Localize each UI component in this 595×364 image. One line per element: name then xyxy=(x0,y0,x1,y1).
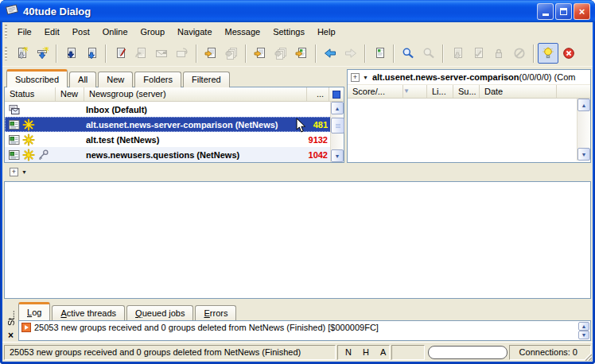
scroll-down-button[interactable]: ▼ xyxy=(331,149,344,162)
disconnect-button[interactable] xyxy=(558,43,579,64)
close-panel-button[interactable]: × xyxy=(8,331,14,340)
scrollbar-thumb[interactable] xyxy=(331,118,344,134)
row-status-icons xyxy=(8,103,86,116)
tab-new[interactable]: New xyxy=(98,72,133,87)
tab-all[interactable]: All xyxy=(69,72,96,87)
unread-count: 1042 xyxy=(297,150,330,160)
reply-email-icon xyxy=(155,47,168,60)
indicator-h: H xyxy=(363,346,369,359)
main-toolbar xyxy=(2,41,593,67)
show-article-button[interactable] xyxy=(369,43,390,64)
scroll-up-button[interactable]: ▲ xyxy=(578,322,589,331)
go-online-button[interactable] xyxy=(538,43,558,64)
toolbar-separator xyxy=(245,45,247,63)
menu-edit[interactable]: Edit xyxy=(38,25,66,39)
expand-all-icon[interactable]: + xyxy=(351,73,360,82)
next-unread-article-button[interactable] xyxy=(250,43,270,64)
column-header-status[interactable]: Status xyxy=(5,87,56,101)
chevron-down-icon[interactable]: ▼ xyxy=(363,75,368,80)
toolbar-separator xyxy=(364,45,366,63)
post-new-article-button[interactable] xyxy=(110,43,130,64)
newsgroup-row[interactable]: alt.usenet.news-server-comparison (NetNe… xyxy=(5,117,344,132)
log-entry[interactable]: 25053 new groups received and 0 groups d… xyxy=(19,321,590,334)
next-article-button[interactable] xyxy=(200,43,221,64)
scroll-down-button[interactable]: ▼ xyxy=(578,331,589,339)
column-header-li-[interactable]: Li... xyxy=(427,85,453,98)
tab-folders[interactable]: Folders xyxy=(134,72,181,87)
chevron-down-icon[interactable]: ▼ xyxy=(21,169,27,175)
minimize-button[interactable] xyxy=(537,3,554,20)
get-new-subscribed-icon xyxy=(15,47,28,60)
newsgroup-icon xyxy=(8,149,21,161)
column-header-date[interactable]: Date xyxy=(480,85,557,98)
toolbar-gripper[interactable] xyxy=(5,47,7,60)
toolbar-separator xyxy=(393,45,395,63)
article-view[interactable] xyxy=(4,181,591,299)
column-options-button[interactable] xyxy=(329,87,344,101)
post-followup-button xyxy=(130,43,151,64)
status-indicators: NHA xyxy=(337,345,390,360)
next-unread-group-button[interactable] xyxy=(291,43,312,64)
article-panel-header: + ▼ alt.usenet.news-server-comparison (0… xyxy=(348,70,590,84)
status-empty-cell xyxy=(391,345,425,360)
lightbulb-icon xyxy=(542,47,554,60)
newsgroup-row[interactable]: news.newusers.questions (NetNews)1042 xyxy=(5,147,344,162)
unread-count: 9132 xyxy=(297,135,330,145)
indicator-a: A xyxy=(380,346,386,359)
maximize-button[interactable] xyxy=(555,3,572,20)
get-marked-headers-button[interactable] xyxy=(60,43,81,64)
sort-desc-icon: ▼ xyxy=(403,85,410,95)
newsgroup-list: StatusNewNewsgroup (server)... Inbox (De… xyxy=(4,87,344,163)
close-button[interactable]: × xyxy=(574,3,590,20)
newsgroup-row[interactable]: Inbox (Default) xyxy=(5,102,344,117)
menu-file[interactable]: File xyxy=(11,25,38,39)
column-header-more[interactable]: ... xyxy=(307,87,329,101)
article-list-body: ▲ ▼ xyxy=(348,99,590,161)
tab-filtered[interactable]: Filtered xyxy=(183,72,230,87)
menu-settings[interactable]: Settings xyxy=(266,25,311,39)
get-new-headers-subscribed-button[interactable] xyxy=(11,43,32,64)
article-list-scrollbar[interactable]: ▲ ▼ xyxy=(577,99,590,161)
article-list-panel: + ▼ alt.usenet.news-server-comparison (0… xyxy=(347,69,591,163)
column-header-su-[interactable]: Su... xyxy=(453,85,480,98)
get-new-headers-all-button[interactable] xyxy=(32,43,52,64)
row-status-icons xyxy=(8,149,86,161)
menu-online[interactable]: Online xyxy=(96,25,134,39)
column-header-sort[interactable]: ▼ xyxy=(403,85,427,98)
column-header-newsgroup-server-[interactable]: Newsgroup (server) xyxy=(84,87,307,101)
side-strip-label[interactable]: St... xyxy=(6,302,16,326)
tab-errors[interactable]: Errors xyxy=(195,305,236,320)
get-new-all-icon xyxy=(36,47,49,60)
get-full-articles-button[interactable] xyxy=(81,43,102,64)
menubar-gripper[interactable] xyxy=(5,25,7,38)
toolbar-separator xyxy=(105,45,107,63)
menu-help[interactable]: Help xyxy=(311,25,342,39)
log-scrollbar[interactable]: ▲ ▼ xyxy=(578,322,589,339)
resize-grip[interactable] xyxy=(581,350,592,360)
newsgroup-row[interactable]: alt.test (NetNews)9132 xyxy=(5,132,344,147)
scroll-up-button[interactable]: ▲ xyxy=(331,102,344,114)
newsgroup-name: news.newusers.questions (NetNews) xyxy=(86,150,297,160)
history-back-button[interactable] xyxy=(320,43,340,64)
tab-active-threads[interactable]: Active threads xyxy=(52,305,125,320)
scroll-down-button[interactable]: ▼ xyxy=(578,148,590,161)
column-header-new[interactable]: New xyxy=(56,87,84,101)
expand-icon[interactable]: + xyxy=(10,168,18,176)
newsgroup-scrollbar[interactable]: ▲ ▼ xyxy=(330,102,344,162)
menu-group[interactable]: Group xyxy=(134,25,172,39)
toolbar-separator xyxy=(56,45,57,63)
new-sparkle-icon xyxy=(22,149,35,161)
tab-log[interactable]: Log xyxy=(18,302,50,320)
tab-subscribed[interactable]: Subscribed xyxy=(6,69,68,87)
menu-navigate[interactable]: Navigate xyxy=(171,25,218,39)
newsgroup-name: alt.test (NetNews) xyxy=(86,135,297,145)
column-header-extra[interactable] xyxy=(557,85,590,98)
article-panel-group-name: alt.usenet.news-server-comparison xyxy=(372,72,519,82)
search-button[interactable] xyxy=(398,43,418,64)
menu-post[interactable]: Post xyxy=(66,25,96,39)
column-header-score-[interactable]: Score/... xyxy=(348,85,403,98)
scroll-up-button[interactable]: ▲ xyxy=(578,99,590,111)
newsgroup-name: alt.usenet.news-server-comparison (NetNe… xyxy=(86,120,297,130)
menu-message[interactable]: Message xyxy=(219,25,267,39)
tab-queued-jobs[interactable]: Queued jobs xyxy=(126,305,193,320)
